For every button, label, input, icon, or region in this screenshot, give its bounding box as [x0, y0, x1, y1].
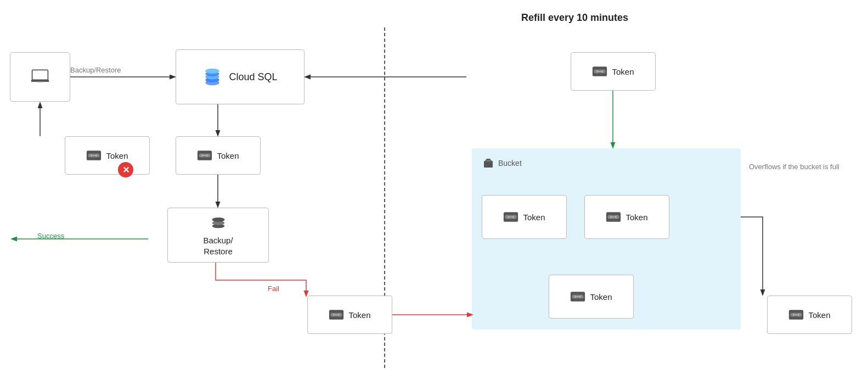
- bucket-label: Bucket: [482, 157, 522, 170]
- token-icon-refill: [592, 66, 607, 77]
- token-box-bucket-left: Token: [482, 195, 567, 239]
- bucket-icon: [482, 157, 495, 170]
- token-label-bucket-bottom: Token: [590, 292, 612, 302]
- token-icon-overflow: [788, 309, 804, 320]
- svg-point-12: [206, 69, 219, 74]
- token-label-left: Token: [106, 151, 128, 160]
- backup-restore-label: Backup/Restore: [203, 235, 233, 257]
- laptop-icon: [30, 66, 50, 88]
- token-label-center-top: Token: [217, 151, 239, 160]
- token-box-bucket-right: Token: [584, 195, 669, 239]
- svg-rect-31: [484, 161, 493, 168]
- cloud-sql-label: Cloud SQL: [229, 71, 277, 83]
- fail-label: Fail: [268, 285, 279, 293]
- diagram-container: Refill every 10 minutes Token ✕: [0, 0, 868, 379]
- token-box-left: Token: [65, 136, 150, 175]
- token-icon-fail: [329, 309, 344, 320]
- bucket-text: Bucket: [498, 159, 522, 168]
- token-label-refill: Token: [612, 67, 634, 76]
- svg-rect-33: [486, 159, 491, 160]
- token-label-fail: Token: [348, 310, 370, 320]
- token-icon-center-top: [197, 150, 212, 161]
- refill-header: Refill every 10 minutes: [521, 12, 628, 24]
- cloud-sql-icon: [202, 67, 222, 87]
- token-box-center-top: Token: [176, 136, 261, 175]
- token-box-refill: Token: [571, 52, 656, 91]
- error-badge: ✕: [118, 162, 133, 177]
- token-icon-bucket-right: [606, 211, 621, 222]
- token-box-overflow: Token: [767, 296, 852, 334]
- svg-rect-32: [485, 160, 492, 161]
- token-label-overflow: Token: [808, 310, 830, 320]
- backup-restore-box: Backup/Restore: [167, 208, 269, 263]
- token-icon-bucket-bottom: [570, 291, 585, 302]
- success-label: Success: [37, 232, 64, 240]
- token-label-bucket-right: Token: [625, 213, 647, 222]
- token-icon-bucket-left: [503, 211, 518, 222]
- backup-icon: [210, 214, 227, 232]
- token-icon-left: [86, 150, 102, 161]
- laptop-box: [10, 52, 70, 102]
- token-box-bucket-bottom: Token: [549, 275, 634, 319]
- token-label-bucket-left: Token: [523, 213, 545, 222]
- token-box-fail: Token: [307, 296, 392, 334]
- overflow-label: Overflows if the bucket is full: [749, 162, 859, 172]
- svg-rect-0: [32, 70, 48, 80]
- cloud-sql-box: Cloud SQL: [176, 49, 305, 104]
- backup-restore-arrow-label: Backup/Restore: [70, 66, 121, 74]
